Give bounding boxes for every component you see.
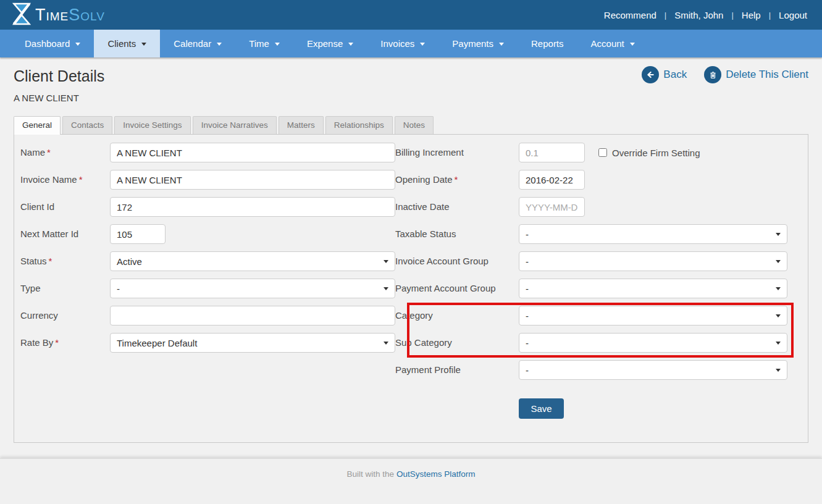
rate-by-label: Rate By* — [20, 333, 110, 353]
payment-account-group-select[interactable]: - — [519, 279, 787, 298]
main-nav: Dashboard Clients Calendar Time Expense … — [0, 30, 822, 57]
tab-general[interactable]: General — [14, 116, 61, 135]
recommend-link[interactable]: Recommend — [604, 10, 656, 20]
chevron-down-icon — [776, 342, 781, 345]
tab-relationships[interactable]: Relationships — [325, 116, 393, 134]
invoice-account-group-label: Invoice Account Group — [395, 251, 519, 271]
back-button[interactable]: Back — [642, 66, 687, 83]
sub-category-row: Sub Category - — [395, 333, 802, 353]
required-mark: * — [55, 337, 59, 348]
name-input[interactable] — [110, 143, 395, 162]
billing-increment-label: Billing Increment — [395, 143, 519, 162]
chevron-down-icon — [275, 43, 280, 46]
type-select[interactable]: - — [110, 279, 395, 298]
tab-matters[interactable]: Matters — [279, 116, 324, 134]
page-head: Client Details A NEW CLIENT Back Delete … — [14, 57, 808, 103]
chevron-down-icon — [75, 43, 80, 46]
status-select[interactable]: Active — [110, 251, 395, 271]
chevron-down-icon — [776, 233, 781, 236]
client-id-label: Client Id — [20, 197, 110, 217]
chevron-down-icon — [499, 43, 504, 46]
timesolv-logo[interactable]: TIMESOLV — [12, 2, 105, 28]
name-label: Name* — [20, 143, 110, 162]
nav-time[interactable]: Time — [235, 30, 293, 57]
nav-payments[interactable]: Payments — [438, 30, 518, 57]
nav-calendar[interactable]: Calendar — [160, 30, 235, 57]
currency-row: Currency — [20, 306, 395, 326]
payment-account-group-row: Payment Account Group - — [395, 279, 802, 298]
invoice-account-group-select[interactable]: - — [519, 251, 787, 271]
tab-contacts[interactable]: Contacts — [62, 116, 112, 134]
separator: | — [769, 10, 771, 20]
sub-category-select[interactable]: - — [519, 333, 787, 353]
payment-profile-label: Payment Profile — [395, 360, 519, 380]
status-row: Status* Active — [20, 251, 395, 271]
chevron-down-icon — [217, 43, 222, 46]
chevron-down-icon — [776, 287, 781, 290]
currency-input[interactable] — [110, 306, 395, 326]
rate-by-select[interactable]: Timekeeper Default — [110, 333, 395, 353]
status-label: Status* — [20, 251, 110, 271]
chevron-down-icon — [776, 314, 781, 317]
taxable-status-row: Taxable Status - — [395, 224, 802, 244]
billing-increment-input[interactable] — [519, 143, 585, 162]
required-mark: * — [47, 147, 51, 158]
page-footer: Built with the OutSystems Platform — [0, 458, 822, 504]
taxable-status-label: Taxable Status — [395, 224, 519, 244]
user-link[interactable]: Smith, John — [674, 10, 723, 20]
opening-date-input[interactable] — [519, 170, 585, 190]
nav-reports[interactable]: Reports — [518, 30, 577, 57]
required-mark: * — [49, 256, 52, 266]
name-row: Name* — [20, 143, 395, 162]
chevron-down-icon — [384, 260, 388, 263]
footer-text: Built with the — [347, 469, 395, 479]
hourglass-logo-icon — [12, 2, 31, 28]
separator: | — [731, 10, 733, 20]
invoice-name-label: Invoice Name* — [20, 170, 110, 190]
nav-account[interactable]: Account — [577, 30, 648, 57]
next-matter-id-input[interactable] — [110, 224, 166, 244]
client-id-row: Client Id — [20, 197, 395, 217]
tab-notes[interactable]: Notes — [395, 116, 434, 134]
main-content: Client Details A NEW CLIENT Back Delete … — [0, 57, 822, 443]
override-firm-setting[interactable]: Override Firm Setting — [598, 143, 700, 162]
invoice-name-input[interactable] — [110, 170, 395, 190]
next-matter-id-label: Next Matter Id — [20, 224, 110, 244]
taxable-status-select[interactable]: - — [519, 224, 787, 244]
nav-expense[interactable]: Expense — [293, 30, 367, 57]
general-form-panel: Name* Invoice Name* Client Id Next Matte… — [14, 134, 808, 443]
nav-clients[interactable]: Clients — [94, 30, 160, 57]
nav-dashboard[interactable]: Dashboard — [11, 30, 94, 57]
tab-invoice-narratives[interactable]: Invoice Narratives — [193, 116, 277, 134]
category-row: Category - — [395, 306, 802, 326]
chevron-down-icon — [141, 43, 146, 46]
trash-icon — [704, 66, 721, 83]
delete-client-button[interactable]: Delete This Client — [704, 66, 808, 83]
client-details-page: TIMESOLV Recommend | Smith, John | Help … — [0, 0, 822, 504]
timesolv-wordmark: TIMESOLV — [35, 7, 105, 23]
outsystems-link[interactable]: OutSystems Platform — [396, 469, 476, 479]
save-button[interactable]: Save — [519, 398, 564, 419]
invoice-name-row: Invoice Name* — [20, 170, 395, 190]
chevron-down-icon — [776, 369, 781, 372]
category-select[interactable]: - — [519, 306, 787, 326]
inactive-date-row: Inactive Date — [395, 197, 802, 217]
payment-profile-select[interactable]: - — [519, 360, 787, 380]
chevron-down-icon — [384, 287, 388, 290]
inactive-date-input[interactable] — [519, 197, 585, 217]
next-matter-id-row: Next Matter Id — [20, 224, 395, 244]
help-link[interactable]: Help — [742, 10, 761, 20]
billing-increment-row: Billing Increment Override Firm Setting — [395, 143, 802, 162]
client-name-subtitle: A NEW CLIENT — [14, 93, 808, 103]
type-row: Type - — [20, 279, 395, 298]
nav-invoices[interactable]: Invoices — [367, 30, 438, 57]
logout-link[interactable]: Logout — [779, 10, 807, 20]
payment-profile-row: Payment Profile - — [395, 360, 802, 380]
client-id-input[interactable] — [110, 197, 395, 217]
override-firm-setting-checkbox[interactable] — [598, 148, 607, 157]
currency-label: Currency — [20, 306, 110, 326]
opening-date-label: Opening Date* — [395, 170, 519, 190]
form-right-column: Billing Increment Override Firm Setting … — [395, 143, 802, 434]
tab-invoice-settings[interactable]: Invoice Settings — [114, 116, 190, 134]
page-actions: Back Delete This Client — [642, 66, 808, 83]
